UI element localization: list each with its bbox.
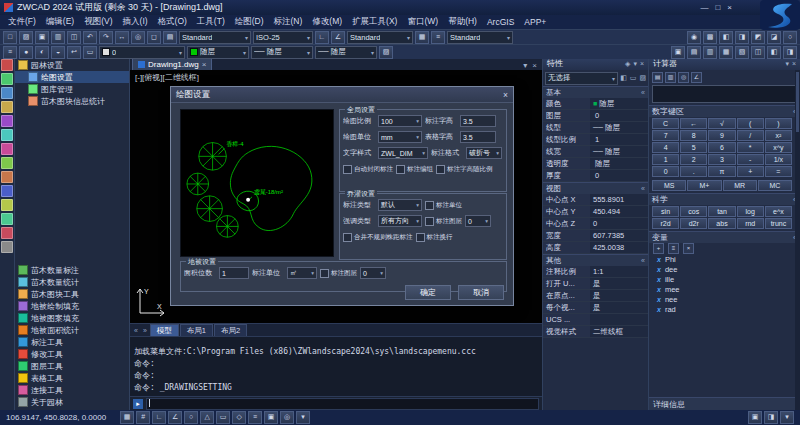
property-row[interactable]: 打开 U... 是: [543, 278, 648, 290]
transparency-icon[interactable]: ▣: [264, 411, 278, 424]
merge-irregular-checkbox[interactable]: 合并不规则株距标注: [343, 233, 413, 242]
layer-off-icon[interactable]: ●: [19, 46, 33, 59]
layer-walk-icon[interactable]: ▭: [83, 46, 97, 59]
panel-icon[interactable]: ▧: [735, 46, 749, 59]
tree-tool-item[interactable]: 关于园林: [15, 396, 129, 408]
sci-key[interactable]: abs: [708, 218, 735, 229]
command-history[interactable]: 加载菜单文件:C:\Program Files (x86)\ZWlandscap…: [130, 336, 542, 396]
menu-item[interactable]: 工具(T): [192, 16, 230, 28]
layer-freeze-icon[interactable]: ◐: [35, 46, 49, 59]
tab-close-all-icon[interactable]: ×: [532, 61, 537, 70]
menu-item[interactable]: 编辑(E): [41, 16, 79, 28]
menu-item[interactable]: 扩展工具(X): [347, 16, 402, 28]
property-row[interactable]: UCS ...: [543, 314, 648, 326]
memory-key[interactable]: MC: [758, 180, 792, 191]
sci-key[interactable]: log: [737, 206, 764, 217]
property-row[interactable]: 厚度 0: [543, 170, 648, 182]
menu-item[interactable]: ArcGIS: [482, 17, 519, 27]
tool-icon[interactable]: [1, 59, 13, 71]
property-row[interactable]: 中心点 Y 450.494: [543, 206, 648, 218]
layout-nav-right-icon[interactable]: »: [141, 327, 149, 334]
tree-tool-item[interactable]: 苗木图块工具: [15, 288, 129, 300]
menu-item[interactable]: 插入(I): [118, 16, 153, 28]
ortho-icon[interactable]: ∟: [152, 411, 166, 424]
calc-key[interactable]: 3: [708, 154, 735, 165]
sci-key[interactable]: trunc: [765, 218, 792, 229]
tree-tool-item[interactable]: 苗木数量标注: [15, 264, 129, 276]
variable-row[interactable]: x mee: [649, 284, 800, 294]
sci-key[interactable]: d2r: [680, 218, 707, 229]
color-combo[interactable]: 随层▾: [187, 46, 249, 59]
calc-key[interactable]: /: [737, 130, 764, 141]
sci-key[interactable]: tan: [708, 206, 735, 217]
tree-tool-item[interactable]: 标注工具: [15, 336, 129, 348]
calc-key[interactable]: 4: [652, 142, 679, 153]
dialog-titlebar[interactable]: 绘图设置 ×: [171, 87, 513, 103]
sci-key[interactable]: rnd: [737, 218, 764, 229]
calc-key[interactable]: .: [680, 166, 707, 177]
layer-previous-icon[interactable]: ↩: [67, 46, 81, 59]
property-row[interactable]: 在原点... 是: [543, 290, 648, 302]
close-icon[interactable]: ×: [792, 60, 796, 68]
calc-key[interactable]: (: [737, 118, 764, 129]
memory-key[interactable]: MS: [652, 180, 686, 191]
calculator-display[interactable]: [652, 85, 796, 103]
calc-key[interactable]: 9: [708, 130, 735, 141]
panel-icon[interactable]: ◪: [767, 31, 781, 44]
cancel-button[interactable]: 取消: [458, 285, 504, 300]
new-variable-icon[interactable]: +: [653, 243, 664, 254]
tool-icon[interactable]: [1, 199, 13, 211]
sci-key[interactable]: cos: [680, 206, 707, 217]
dim-height-scale-checkbox[interactable]: 标注字高随比例: [436, 165, 493, 174]
ok-button[interactable]: 确定: [405, 285, 451, 300]
panel-menu-icon[interactable]: ▾: [633, 60, 637, 68]
dim-type-select[interactable]: 默认▾: [378, 199, 422, 211]
panel-icon[interactable]: ▥: [703, 46, 717, 59]
menu-item[interactable]: 标注(N): [269, 16, 308, 28]
text-style-select[interactable]: ZWL_DIM▾: [378, 147, 428, 159]
calc-key[interactable]: 1/x: [765, 154, 792, 165]
edit-variable-icon[interactable]: ≡: [668, 243, 679, 254]
tree-tool-item[interactable]: 苗木数量统计: [15, 276, 129, 288]
close-icon[interactable]: ×: [640, 60, 644, 68]
draw-unit-select[interactable]: mm▾: [378, 131, 422, 143]
layout-tab[interactable]: 布局1: [180, 324, 213, 336]
field-icon[interactable]: ≡: [431, 31, 445, 44]
calc-key[interactable]: ←: [680, 118, 707, 129]
delete-variable-icon[interactable]: ×: [683, 243, 694, 254]
panel-icon[interactable]: ▩: [703, 31, 717, 44]
tool-icon[interactable]: [1, 115, 13, 127]
calc-key[interactable]: 0: [652, 166, 679, 177]
command-input[interactable]: [146, 398, 539, 410]
command-tool-icon[interactable]: ▸: [133, 399, 143, 409]
property-row[interactable]: 中心点 X 555.8901: [543, 194, 648, 206]
save-icon[interactable]: ▣: [35, 31, 49, 44]
layout-tab[interactable]: 布局2: [214, 324, 247, 336]
panel-menu-icon[interactable]: ▾: [785, 60, 789, 68]
dim-text-height-input[interactable]: 3.5: [460, 115, 496, 127]
dim-wrap-checkbox[interactable]: 标注换行: [416, 233, 453, 242]
dim-linear-icon[interactable]: ∟: [315, 31, 329, 44]
property-row[interactable]: 注释比例 1:1: [543, 266, 648, 278]
calc-key[interactable]: 1: [652, 154, 679, 165]
property-row[interactable]: 每个视... 是: [543, 302, 648, 314]
undo-icon[interactable]: ↶: [83, 31, 97, 44]
menu-item[interactable]: 窗口(W): [402, 16, 443, 28]
tree-item[interactable]: 苗木图块信息统计: [15, 95, 129, 107]
section-view[interactable]: 视图«: [543, 182, 648, 194]
property-row[interactable]: 线宽 ──随层: [543, 146, 648, 158]
section-numpad[interactable]: 数字键区«: [649, 105, 800, 117]
calc-key[interactable]: 5: [680, 142, 707, 153]
section-basic[interactable]: 基本«: [543, 86, 648, 98]
close-button[interactable]: ×: [727, 3, 732, 12]
variable-row[interactable]: x nee: [649, 294, 800, 304]
variable-row[interactable]: x ille: [649, 274, 800, 284]
select-objects-icon[interactable]: ▭: [630, 74, 637, 82]
area-digits-input[interactable]: 1: [219, 267, 249, 279]
tree-item[interactable]: 绘图设置: [15, 71, 129, 83]
calc-scrollbar[interactable]: [795, 70, 800, 410]
clean-screen-icon[interactable]: ◨: [764, 411, 778, 424]
property-row[interactable]: 线型 ──随层: [543, 122, 648, 134]
calc-key[interactable]: x^y: [765, 142, 792, 153]
annotation-icon[interactable]: ▾: [296, 411, 310, 424]
